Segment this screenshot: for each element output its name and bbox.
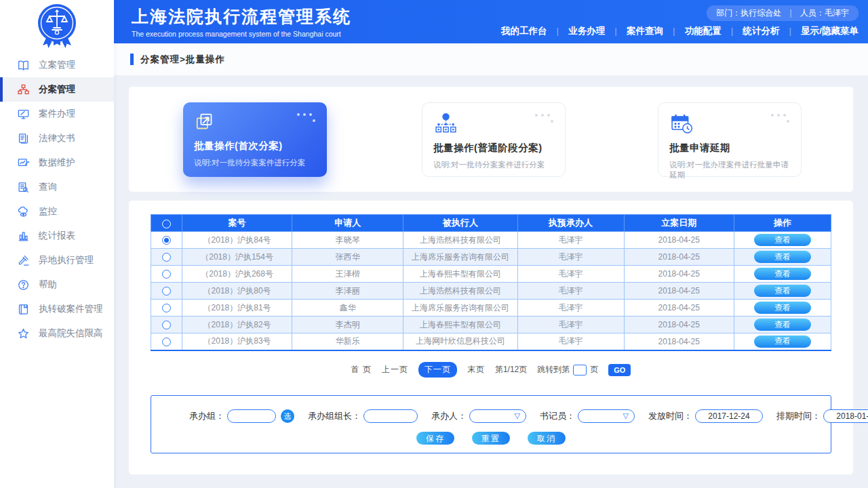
handler-select[interactable]: ▽ — [469, 409, 526, 423]
row-radio[interactable] — [162, 304, 171, 312]
row-radio[interactable] — [162, 287, 171, 296]
view-button[interactable]: 查看 — [754, 302, 811, 314]
nav-separator: ｜ — [728, 26, 736, 37]
clerk-label: 书记员： — [540, 410, 575, 422]
page-first-button[interactable]: 首 页 — [351, 364, 372, 375]
card-title: 批量操作(普通阶段分案) — [433, 142, 554, 155]
sidebar-item-1[interactable]: 分案管理 — [0, 77, 114, 102]
page-prev-button[interactable]: 上一页 — [382, 364, 408, 375]
cell-handler: 毛泽宇 — [517, 317, 624, 333]
card-desc: 说明:对一批待分案案件进行分案 — [194, 158, 316, 168]
sidebar-item-label: 执转破案件管理 — [39, 303, 103, 315]
col-date: 立案日期 — [624, 215, 734, 232]
card-batch-stage-assign[interactable]: 批量操作(普通阶段分案) 说明:对一批待分案案件进行分案 — [422, 102, 566, 177]
sidebar-item-9[interactable]: 帮助 — [0, 272, 114, 297]
star-icon — [17, 327, 30, 340]
col-applicant: 申请人 — [292, 215, 403, 232]
reset-button[interactable]: 重置 — [472, 432, 510, 445]
cancel-button[interactable]: 取消 — [528, 432, 566, 445]
sidebar-item-7[interactable]: 统计报表 — [0, 224, 114, 248]
sidebar-item-6[interactable]: 监控 — [0, 199, 114, 224]
col-actions: 操作 — [734, 215, 831, 232]
sidebar-item-label: 法律文书 — [39, 132, 75, 144]
pick-group-button[interactable]: 选 — [281, 409, 294, 423]
page-last-button[interactable]: 末页 — [467, 364, 485, 375]
row-radio[interactable] — [162, 270, 171, 279]
cell-case-no: （2018）沪执268号 — [182, 266, 292, 283]
group-input[interactable] — [227, 409, 276, 423]
issue-date-input[interactable] — [695, 409, 763, 423]
cell-handler: 毛泽宇 — [517, 249, 624, 266]
sidebar-item-5[interactable]: 查询 — [0, 175, 114, 199]
sidebar-item-4[interactable]: 数据维护 — [0, 150, 114, 175]
table-header-row: 案号 申请人 被执行人 执预承办人 立案日期 操作 — [151, 215, 831, 232]
select-all-radio[interactable] — [162, 220, 171, 228]
cell-date: 2018-04-25 — [624, 232, 734, 249]
table-row: （2018）沪执154号 张西华 上海席乐服务咨询有限公司 毛泽宇 2018-0… — [151, 249, 831, 266]
card-batch-extension[interactable]: 批量申请延期 说明:对一批办理案件进行批量申请延期 — [658, 102, 802, 177]
form-actions: 保存 重置 取消 — [151, 432, 831, 445]
go-button[interactable]: GO — [608, 364, 631, 376]
nav-item-5[interactable]: 显示/隐藏菜单 — [801, 25, 859, 37]
save-button[interactable]: 保存 — [416, 432, 454, 445]
jump-suffix-label: 页 — [590, 364, 598, 375]
cell-executee: 上海席乐服务咨询有限公司 — [403, 300, 517, 317]
row-radio[interactable] — [162, 253, 171, 262]
cell-case-no: （2018）沪执80号 — [182, 283, 292, 300]
nav-item-0[interactable]: 我的工作台 — [501, 25, 547, 37]
cell-date: 2018-04-25 — [624, 249, 734, 266]
cell-date: 2018-04-25 — [624, 300, 734, 317]
case-table: 案号 申请人 被执行人 执预承办人 立案日期 操作 （2018）沪执84号 李晓… — [151, 214, 831, 351]
sidebar-item-10[interactable]: 执转破案件管理 — [0, 297, 114, 321]
cell-applicant: 华新乐 — [292, 333, 403, 350]
view-button[interactable]: 查看 — [754, 285, 811, 297]
nav-item-3[interactable]: 功能配置 — [685, 25, 722, 37]
row-radio[interactable] — [162, 236, 171, 245]
schedule-date-input[interactable] — [823, 409, 868, 423]
help-icon — [17, 279, 30, 291]
cell-case-no: （2018）沪执82号 — [182, 317, 292, 333]
table-row: （2018）沪执268号 王泽楷 上海春熙丰型有限公司 毛泽宇 2018-04-… — [151, 266, 831, 283]
clerk-select[interactable]: ▽ — [578, 409, 635, 423]
cell-handler: 毛泽宇 — [517, 266, 624, 283]
view-button[interactable]: 查看 — [754, 319, 811, 331]
view-button[interactable]: 查看 — [754, 336, 811, 348]
sidebar-item-label: 查询 — [39, 181, 57, 193]
app-title: 上海法院执行流程管理系统 — [132, 5, 351, 28]
table-row: （2018）沪执81号 鑫华 上海席乐服务咨询有限公司 毛泽宇 2018-04-… — [151, 300, 831, 317]
nav-item-2[interactable]: 案件查询 — [627, 25, 663, 37]
card-title: 批量操作(首次分案) — [194, 140, 316, 152]
schedule-date-field: 排期时间： — [776, 409, 868, 423]
sidebar-item-8[interactable]: 异地执行管理 — [0, 248, 114, 272]
view-button[interactable]: 查看 — [754, 268, 811, 280]
dropdown-arrow-icon: ▽ — [623, 411, 629, 420]
app-subtitle: The execution process management system … — [132, 30, 351, 38]
sidebar-item-label: 帮助 — [39, 279, 57, 291]
leader-input[interactable] — [363, 409, 418, 423]
form-fields-row: 承办组： 选 承办组组长： 承办人： ▽ 书记员： ▽ 发放时间： — [151, 396, 831, 423]
row-radio[interactable] — [162, 338, 171, 346]
view-button[interactable]: 查看 — [754, 251, 811, 263]
cell-case-no: （2018）沪执81号 — [182, 300, 292, 317]
nav-item-4[interactable]: 统计分析 — [743, 25, 779, 37]
cell-applicant: 鑫华 — [292, 300, 403, 317]
page-next-button[interactable]: 下一页 — [418, 362, 457, 378]
col-handler: 执预承办人 — [517, 215, 624, 232]
sidebar-item-label: 分案管理 — [39, 83, 75, 96]
breadcrumb: 分案管理>批量操作 — [140, 54, 225, 66]
cell-executee: 上海春熙丰型有限公司 — [403, 266, 517, 283]
leader-field: 承办组组长： — [308, 409, 418, 423]
view-button[interactable]: 查看 — [754, 234, 811, 246]
cell-executee: 上海浩然科技有限公司 — [403, 283, 517, 300]
sidebar-item-2[interactable]: 案件办理 — [0, 102, 114, 126]
sidebar-item-3[interactable]: 法律文书 — [0, 126, 114, 150]
cell-applicant: 张西华 — [292, 249, 403, 266]
row-radio[interactable] — [162, 321, 171, 329]
card-batch-first-assign[interactable]: 批量操作(首次分案) 说明:对一批待分案案件进行分案 — [183, 102, 327, 177]
gavel-icon — [17, 254, 30, 267]
nav-item-1[interactable]: 业务办理 — [568, 25, 605, 37]
jump-page-input[interactable] — [573, 365, 587, 375]
sidebar-item-11[interactable]: 最高院失信限高 — [0, 321, 114, 346]
sidebar-item-0[interactable]: 立案管理 — [0, 53, 114, 77]
clerk-field: 书记员： ▽ — [540, 409, 635, 423]
